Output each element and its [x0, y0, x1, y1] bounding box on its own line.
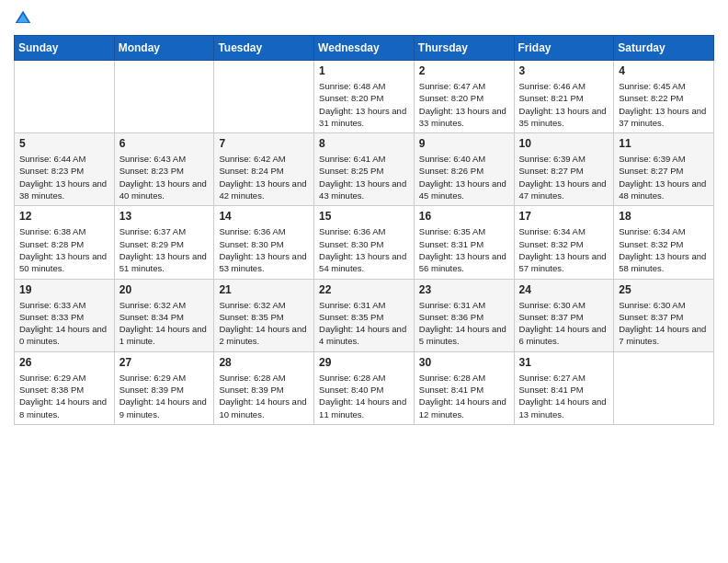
calendar-cell: 23Sunrise: 6:31 AM Sunset: 8:36 PM Dayli… — [414, 279, 514, 351]
cell-date-number: 26 — [19, 356, 109, 369]
cell-info-text: Sunrise: 6:31 AM Sunset: 8:36 PM Dayligh… — [419, 299, 509, 348]
cell-date-number: 15 — [319, 210, 409, 223]
calendar-cell: 7Sunrise: 6:42 AM Sunset: 8:24 PM Daylig… — [214, 133, 314, 206]
calendar-cell: 14Sunrise: 6:36 AM Sunset: 8:30 PM Dayli… — [214, 206, 314, 279]
calendar-cell: 31Sunrise: 6:27 AM Sunset: 8:41 PM Dayli… — [514, 351, 614, 424]
calendar-cell: 27Sunrise: 6:29 AM Sunset: 8:39 PM Dayli… — [114, 351, 214, 424]
cell-date-number: 6 — [119, 137, 210, 150]
week-row-2: 12Sunrise: 6:38 AM Sunset: 8:28 PM Dayli… — [15, 206, 714, 279]
cell-info-text: Sunrise: 6:32 AM Sunset: 8:34 PM Dayligh… — [119, 299, 210, 348]
calendar-cell: 9Sunrise: 6:40 AM Sunset: 8:26 PM Daylig… — [414, 133, 514, 206]
col-monday: Monday — [114, 36, 214, 61]
cell-info-text: Sunrise: 6:27 AM Sunset: 8:41 PM Dayligh… — [519, 372, 609, 420]
calendar-cell: 1Sunrise: 6:48 AM Sunset: 8:20 PM Daylig… — [314, 61, 415, 133]
cell-date-number: 25 — [619, 283, 709, 296]
calendar-cell: 19Sunrise: 6:33 AM Sunset: 8:33 PM Dayli… — [15, 279, 115, 351]
cell-date-number: 16 — [419, 210, 509, 223]
calendar-cell: 26Sunrise: 6:29 AM Sunset: 8:38 PM Dayli… — [15, 351, 115, 424]
cell-date-number: 3 — [519, 64, 609, 77]
cell-date-number: 9 — [419, 137, 509, 150]
cell-date-number: 30 — [419, 356, 509, 369]
cell-info-text: Sunrise: 6:44 AM Sunset: 8:23 PM Dayligh… — [19, 153, 109, 201]
cell-info-text: Sunrise: 6:28 AM Sunset: 8:40 PM Dayligh… — [319, 372, 409, 420]
cell-date-number: 23 — [419, 283, 509, 296]
cell-info-text: Sunrise: 6:45 AM Sunset: 8:22 PM Dayligh… — [619, 80, 709, 129]
week-row-4: 26Sunrise: 6:29 AM Sunset: 8:38 PM Dayli… — [15, 351, 714, 424]
cell-info-text: Sunrise: 6:29 AM Sunset: 8:39 PM Dayligh… — [119, 372, 210, 420]
week-row-1: 5Sunrise: 6:44 AM Sunset: 8:23 PM Daylig… — [15, 133, 714, 206]
cell-date-number: 2 — [419, 64, 509, 77]
cell-date-number: 31 — [519, 356, 609, 369]
cell-date-number: 5 — [19, 137, 109, 150]
calendar-cell — [214, 61, 314, 133]
calendar-cell: 15Sunrise: 6:36 AM Sunset: 8:30 PM Dayli… — [314, 206, 415, 279]
cell-info-text: Sunrise: 6:28 AM Sunset: 8:39 PM Dayligh… — [219, 372, 309, 420]
cell-date-number: 28 — [219, 356, 309, 369]
cell-date-number: 21 — [219, 283, 309, 296]
col-tuesday: Tuesday — [214, 36, 314, 61]
cell-date-number: 24 — [519, 283, 609, 296]
col-friday: Friday — [514, 36, 614, 61]
header-row: Sunday Monday Tuesday Wednesday Thursday… — [15, 36, 714, 61]
calendar-cell: 18Sunrise: 6:34 AM Sunset: 8:32 PM Dayli… — [614, 206, 714, 279]
cell-info-text: Sunrise: 6:39 AM Sunset: 8:27 PM Dayligh… — [519, 153, 609, 201]
cell-info-text: Sunrise: 6:41 AM Sunset: 8:25 PM Dayligh… — [319, 153, 409, 201]
cell-info-text: Sunrise: 6:33 AM Sunset: 8:33 PM Dayligh… — [19, 299, 109, 348]
calendar-cell — [614, 351, 714, 424]
cell-info-text: Sunrise: 6:35 AM Sunset: 8:31 PM Dayligh… — [419, 225, 509, 274]
calendar-cell: 22Sunrise: 6:31 AM Sunset: 8:35 PM Dayli… — [314, 279, 415, 351]
cell-info-text: Sunrise: 6:30 AM Sunset: 8:37 PM Dayligh… — [519, 299, 609, 348]
cell-info-text: Sunrise: 6:36 AM Sunset: 8:30 PM Dayligh… — [319, 225, 409, 274]
col-sunday: Sunday — [15, 36, 115, 61]
logo-icon — [14, 9, 32, 28]
calendar-cell: 16Sunrise: 6:35 AM Sunset: 8:31 PM Dayli… — [414, 206, 514, 279]
calendar-table: Sunday Monday Tuesday Wednesday Thursday… — [14, 35, 714, 425]
week-row-0: 1Sunrise: 6:48 AM Sunset: 8:20 PM Daylig… — [15, 61, 714, 133]
cell-date-number: 22 — [319, 283, 409, 296]
cell-info-text: Sunrise: 6:48 AM Sunset: 8:20 PM Dayligh… — [319, 80, 409, 129]
cell-info-text: Sunrise: 6:47 AM Sunset: 8:20 PM Dayligh… — [419, 80, 509, 129]
cell-date-number: 17 — [519, 210, 609, 223]
cell-date-number: 13 — [119, 210, 210, 223]
cell-date-number: 10 — [519, 137, 609, 150]
page: Sunday Monday Tuesday Wednesday Thursday… — [0, 0, 728, 563]
logo — [14, 9, 36, 28]
cell-info-text: Sunrise: 6:28 AM Sunset: 8:41 PM Dayligh… — [419, 372, 509, 420]
cell-info-text: Sunrise: 6:34 AM Sunset: 8:32 PM Dayligh… — [519, 225, 609, 274]
calendar-cell: 8Sunrise: 6:41 AM Sunset: 8:25 PM Daylig… — [314, 133, 415, 206]
cell-date-number: 7 — [219, 137, 309, 150]
calendar-cell: 13Sunrise: 6:37 AM Sunset: 8:29 PM Dayli… — [114, 206, 214, 279]
cell-info-text: Sunrise: 6:38 AM Sunset: 8:28 PM Dayligh… — [19, 225, 109, 274]
cell-info-text: Sunrise: 6:46 AM Sunset: 8:21 PM Dayligh… — [519, 80, 609, 129]
cell-info-text: Sunrise: 6:42 AM Sunset: 8:24 PM Dayligh… — [219, 153, 309, 201]
calendar-cell: 21Sunrise: 6:32 AM Sunset: 8:35 PM Dayli… — [214, 279, 314, 351]
calendar-cell: 10Sunrise: 6:39 AM Sunset: 8:27 PM Dayli… — [514, 133, 614, 206]
calendar-cell: 30Sunrise: 6:28 AM Sunset: 8:41 PM Dayli… — [414, 351, 514, 424]
cell-info-text: Sunrise: 6:29 AM Sunset: 8:38 PM Dayligh… — [19, 372, 109, 420]
cell-info-text: Sunrise: 6:43 AM Sunset: 8:23 PM Dayligh… — [119, 153, 210, 201]
calendar-cell — [15, 61, 115, 133]
cell-date-number: 29 — [319, 356, 409, 369]
col-thursday: Thursday — [414, 36, 514, 61]
calendar-cell: 5Sunrise: 6:44 AM Sunset: 8:23 PM Daylig… — [15, 133, 115, 206]
cell-info-text: Sunrise: 6:30 AM Sunset: 8:37 PM Dayligh… — [619, 299, 709, 348]
cell-date-number: 18 — [619, 210, 709, 223]
cell-date-number: 20 — [119, 283, 210, 296]
calendar-cell: 20Sunrise: 6:32 AM Sunset: 8:34 PM Dayli… — [114, 279, 214, 351]
cell-info-text: Sunrise: 6:32 AM Sunset: 8:35 PM Dayligh… — [219, 299, 309, 348]
calendar-cell: 2Sunrise: 6:47 AM Sunset: 8:20 PM Daylig… — [414, 61, 514, 133]
cell-date-number: 12 — [19, 210, 109, 223]
calendar-cell: 6Sunrise: 6:43 AM Sunset: 8:23 PM Daylig… — [114, 133, 214, 206]
calendar-cell: 29Sunrise: 6:28 AM Sunset: 8:40 PM Dayli… — [314, 351, 415, 424]
cell-date-number: 1 — [319, 64, 409, 77]
col-wednesday: Wednesday — [314, 36, 415, 61]
cell-date-number: 8 — [319, 137, 409, 150]
calendar-cell: 3Sunrise: 6:46 AM Sunset: 8:21 PM Daylig… — [514, 61, 614, 133]
header — [14, 9, 714, 28]
calendar-cell: 12Sunrise: 6:38 AM Sunset: 8:28 PM Dayli… — [15, 206, 115, 279]
calendar-cell: 24Sunrise: 6:30 AM Sunset: 8:37 PM Dayli… — [514, 279, 614, 351]
calendar-cell: 4Sunrise: 6:45 AM Sunset: 8:22 PM Daylig… — [614, 61, 714, 133]
cell-info-text: Sunrise: 6:31 AM Sunset: 8:35 PM Dayligh… — [319, 299, 409, 348]
col-saturday: Saturday — [614, 36, 714, 61]
cell-date-number: 14 — [219, 210, 309, 223]
